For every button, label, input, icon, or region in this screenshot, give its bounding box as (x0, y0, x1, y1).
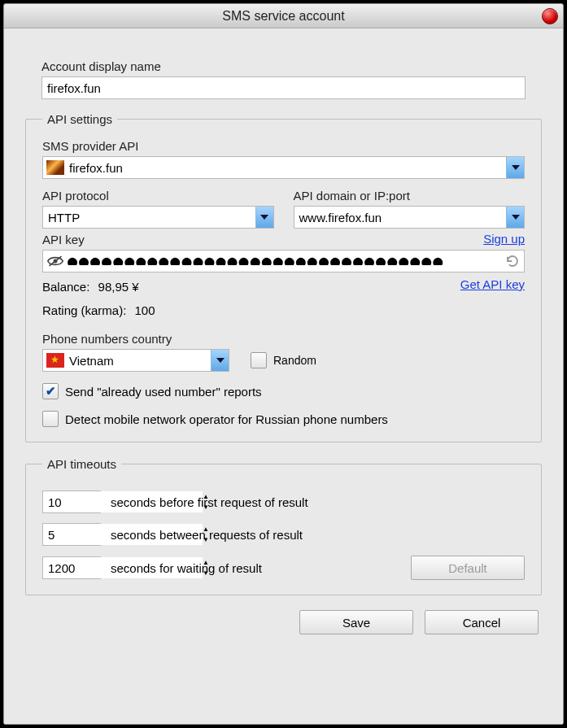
random-label: Random (273, 354, 316, 367)
detect-operator-label: Detect mobile network operator for Russi… (65, 412, 388, 426)
wait-result-stepper[interactable]: ▲▼ (42, 556, 101, 579)
toggle-visibility-icon[interactable] (43, 255, 68, 268)
balance-label: Balance: (42, 280, 89, 294)
protocol-value: HTTP (46, 211, 255, 225)
domain-value: www.firefox.fun (298, 211, 507, 225)
cancel-button[interactable]: Cancel (425, 610, 539, 634)
account-name-input[interactable] (41, 76, 526, 99)
titlebar: SMS service account (4, 4, 563, 28)
save-button[interactable]: Save (299, 610, 413, 634)
api-timeouts-legend: API timeouts (42, 457, 121, 471)
chevron-down-icon (506, 207, 524, 228)
country-label: Phone numbers country (42, 332, 525, 346)
rating-value: 100 (135, 303, 155, 317)
api-settings-group: API settings SMS provider API firefox.fu… (25, 112, 542, 442)
wait-result-label: seconds for waiting of result (111, 561, 401, 575)
api-timeouts-group: API timeouts ▲▼ seconds before first req… (25, 457, 542, 595)
chevron-down-icon (211, 350, 229, 371)
account-name-label: Account display name (41, 59, 526, 73)
country-value: Vietnam (68, 354, 211, 368)
provider-dropdown[interactable]: firefox.fun (42, 156, 525, 179)
signup-link[interactable]: Sign up (483, 232, 525, 246)
random-checkbox[interactable] (251, 352, 267, 368)
first-request-stepper[interactable]: ▲▼ (42, 490, 101, 513)
domain-dropdown[interactable]: www.firefox.fun (294, 206, 526, 229)
api-settings-legend: API settings (42, 112, 117, 126)
provider-label: SMS provider API (42, 139, 525, 153)
dialog-window: SMS service account Account display name… (3, 3, 564, 725)
default-button[interactable]: Default (411, 556, 525, 580)
apikey-masked: ●●●●●●●●●●●●●●●●●●●●●●●●●●●●●●●●● (68, 257, 501, 265)
first-request-label: seconds before first request of result (111, 495, 308, 509)
refresh-icon[interactable] (501, 254, 524, 268)
protocol-dropdown[interactable]: HTTP (42, 206, 274, 229)
chevron-down-icon (255, 207, 273, 228)
balance-value: 98,95 ¥ (98, 280, 139, 294)
apikey-label: API key (42, 233, 525, 246)
protocol-label: API protocol (42, 189, 274, 203)
get-apikey-link[interactable]: Get API key (460, 277, 525, 291)
rating-label: Rating (karma): (42, 303, 126, 317)
between-requests-label: seconds between requests of result (111, 528, 303, 542)
flag-vietnam-icon (46, 353, 64, 368)
send-reports-label: Send "already used number" reports (65, 385, 262, 399)
provider-value: firefox.fun (68, 161, 506, 175)
domain-label: API domain or IP:port (294, 189, 526, 203)
between-requests-stepper[interactable]: ▲▼ (42, 523, 101, 546)
country-dropdown[interactable]: Vietnam (42, 349, 229, 372)
chevron-down-icon (506, 157, 524, 178)
apikey-input[interactable]: ●●●●●●●●●●●●●●●●●●●●●●●●●●●●●●●●● (42, 250, 525, 272)
send-reports-checkbox[interactable] (42, 383, 59, 399)
provider-icon (46, 160, 64, 175)
detect-operator-checkbox[interactable] (42, 411, 59, 427)
close-icon[interactable] (542, 8, 558, 24)
window-title: SMS service account (222, 9, 344, 24)
content-area: Account display name API settings SMS pr… (4, 28, 563, 724)
